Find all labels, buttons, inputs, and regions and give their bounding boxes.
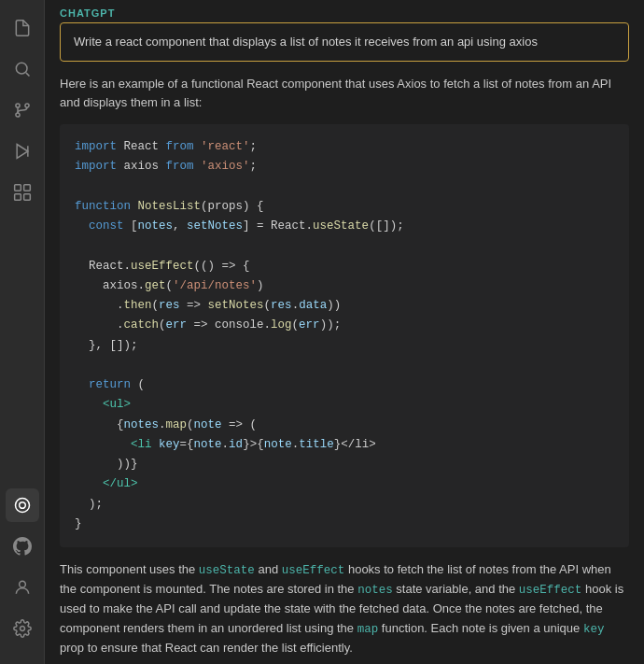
svg-rect-10	[14, 194, 21, 201]
svg-point-4	[15, 113, 19, 117]
footer-part7: prop to ensure that React can render the…	[60, 641, 353, 655]
prompt-text: Write a react component that displays a …	[74, 35, 538, 49]
footer-part1: This component uses the	[60, 562, 199, 576]
intro-description: Here is an example of a functional React…	[60, 75, 629, 114]
footer-part4: state variable, and the	[393, 582, 519, 596]
files-icon[interactable]	[6, 11, 39, 45]
svg-rect-11	[23, 194, 30, 201]
svg-rect-8	[14, 185, 21, 191]
prompt-box: Write a react component that displays a …	[60, 22, 629, 62]
svg-point-13	[19, 502, 25, 509]
chatgpt-icon[interactable]	[6, 488, 39, 522]
github-icon[interactable]	[6, 530, 39, 563]
account-icon[interactable]	[6, 571, 39, 604]
sidebar-bottom	[6, 567, 39, 657]
svg-point-2	[15, 104, 19, 107]
useeffect-inline2: useEffect	[519, 584, 582, 597]
key-inline: key	[583, 623, 605, 636]
svg-point-14	[19, 581, 25, 587]
svg-point-12	[15, 499, 29, 513]
source-control-icon[interactable]	[6, 93, 39, 127]
useeffect-inline: useEffect	[282, 564, 345, 577]
svg-point-3	[24, 104, 28, 107]
svg-rect-9	[23, 185, 30, 191]
code-block: import React from 'react'; import axios …	[60, 124, 629, 547]
footer-description: This component uses the useState and use…	[60, 560, 629, 658]
extensions-icon[interactable]	[6, 176, 39, 209]
sidebar	[0, 0, 45, 664]
footer-part2: and	[255, 562, 282, 576]
app-title: CHATGPT	[45, 0, 644, 22]
main-panel: CHATGPT Write a react component that dis…	[45, 0, 644, 664]
footer-part6: function. Each note is given a unique	[378, 621, 583, 635]
svg-point-15	[20, 627, 24, 631]
content-area[interactable]: Write a react component that displays a …	[45, 22, 644, 664]
run-icon[interactable]	[6, 134, 39, 168]
search-icon[interactable]	[6, 52, 39, 86]
notes-inline: notes	[357, 584, 393, 597]
settings-icon[interactable]	[6, 612, 39, 645]
usestate-inline: useState	[199, 564, 255, 577]
svg-marker-6	[17, 145, 28, 159]
svg-line-1	[25, 73, 29, 77]
svg-point-0	[16, 63, 27, 74]
map-inline: map	[357, 623, 379, 636]
